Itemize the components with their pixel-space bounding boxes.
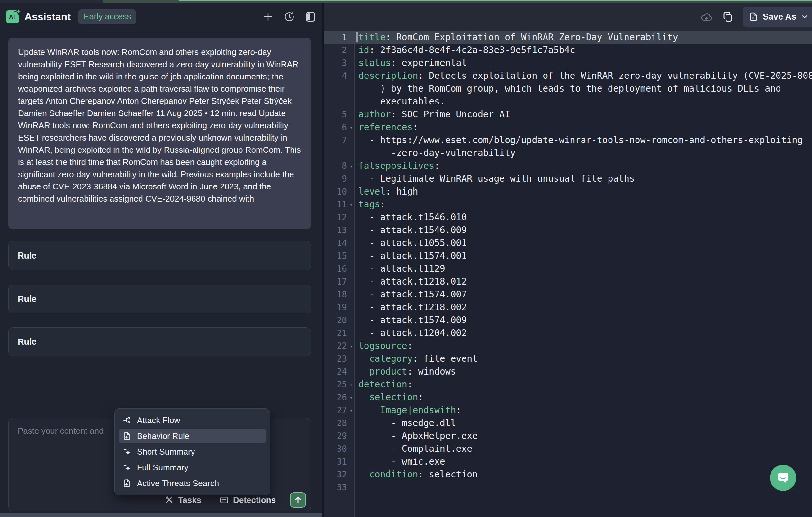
detections-button[interactable]: Detections (219, 495, 276, 505)
line-number: 31 (324, 455, 354, 468)
rule-card[interactable]: Rule (8, 285, 311, 314)
line-number: 33 (324, 481, 354, 494)
fold-toggle-icon[interactable]: ▾ (350, 340, 353, 353)
menu-item-label: Short Summary (137, 447, 195, 457)
rule-card[interactable]: Rule (8, 241, 311, 270)
code-line[interactable]: 13 - attack.t1546.009 (324, 224, 812, 237)
code-line[interactable]: 11▾tags: (324, 198, 812, 211)
rule-card-label: Rule (18, 294, 37, 304)
code-line[interactable]: 3status: experimental (324, 57, 812, 69)
code-line[interactable]: 1title: RomCom Exploitation of WinRAR Ze… (324, 31, 812, 44)
save-as-button[interactable]: Save As (743, 7, 812, 27)
code-line[interactable]: 29 - ApbxHelper.exe (324, 430, 812, 442)
code-line[interactable]: 7 - https://www.eset.com/blog/update-win… (324, 134, 812, 147)
code-line-text: - attack.t1055.001 (354, 237, 812, 250)
code-editor[interactable]: 1title: RomCom Exploitation of WinRAR Ze… (324, 31, 812, 517)
line-number: 29 (324, 430, 354, 442)
menu-item-full-summary[interactable]: Full Summary (119, 460, 266, 475)
code-line[interactable]: 16 - attack.t1129 (324, 262, 812, 275)
line-number: 28 (324, 417, 354, 430)
history-button[interactable] (283, 10, 296, 24)
line-number: 10 (324, 185, 354, 198)
code-line[interactable]: -zero-day-vulnerability (324, 147, 812, 160)
line-number: 2 (324, 44, 354, 57)
sparkles-icon (122, 463, 132, 472)
code-line[interactable]: 2id: 2f3a6c4d-8e4f-4c2a-83e3-9e5f1c7a5b4… (324, 44, 812, 57)
sparkles-icon (122, 447, 132, 456)
code-line-text: - Legitimate WinRAR usage with unusual f… (354, 172, 812, 185)
code-line[interactable]: 26▾ selection: (324, 391, 812, 404)
fold-toggle-icon[interactable]: ▾ (350, 121, 353, 134)
fold-toggle-icon[interactable]: ▾ (350, 198, 353, 211)
fold-toggle-icon[interactable]: ▾ (350, 378, 353, 391)
code-line[interactable]: 15 - attack.t1574.001 (324, 250, 812, 262)
code-line[interactable]: 6▾references: (324, 121, 812, 134)
code-line[interactable]: executables. (324, 95, 812, 108)
code-line[interactable]: ) by the RomCom group, which leads to th… (324, 82, 812, 95)
detections-label: Detections (233, 495, 276, 505)
code-line[interactable]: 30 - Complaint.exe (324, 442, 812, 455)
send-button[interactable] (290, 492, 306, 508)
menu-item-short-summary[interactable]: Short Summary (119, 444, 266, 459)
code-line-text: level: high (354, 185, 812, 198)
code-line[interactable]: 31 - wmic.exe (324, 455, 812, 468)
menu-item-active-threats-search[interactable]: Active Threats Search (119, 476, 266, 491)
code-line[interactable]: 19 - attack.t1218.002 (324, 301, 812, 314)
code-line[interactable]: 21 - attack.t1204.002 (324, 327, 812, 340)
code-line-text: category: file_event (354, 352, 812, 365)
code-line[interactable]: 20 - attack.t1574.009 (324, 314, 812, 327)
line-number: 8▾ (324, 160, 354, 172)
code-line[interactable]: 23 category: file_event (324, 352, 812, 365)
upload-button[interactable] (699, 10, 714, 24)
code-line[interactable]: 10level: high (324, 185, 812, 198)
line-number: 21 (324, 327, 354, 340)
pasted-article-text[interactable]: Update WinRAR tools now: RomCom and othe… (8, 38, 311, 229)
line-number: 27▾ (324, 404, 354, 417)
code-line[interactable]: 5author: SOC Prime Uncoder AI (324, 108, 812, 121)
code-line[interactable]: 28 - msedge.dll (324, 417, 812, 430)
chat-launcher-button[interactable] (770, 465, 796, 491)
code-line[interactable]: 22▾logsource: (324, 340, 812, 352)
panel-scrollbar[interactable] (0, 513, 322, 517)
code-line[interactable]: 9 - Legitimate WinRAR usage with unusual… (324, 172, 812, 185)
code-line-text: Image|endswith: (354, 404, 812, 417)
code-line[interactable]: 27▾ Image|endswith: (324, 404, 812, 417)
code-line[interactable]: 8▾falsepositives: (324, 160, 812, 172)
rule-card-label: Rule (18, 337, 37, 347)
fold-toggle-icon[interactable]: ▾ (350, 404, 353, 417)
assistant-header: AI Assistant Early access (0, 3, 322, 31)
code-line[interactable]: 12 - attack.t1546.010 (324, 211, 812, 224)
code-line-text: id: 2f3a6c4d-8e4f-4c2a-83e3-9e5f1c7a5b4c (354, 44, 812, 57)
rule-card[interactable]: Rule (8, 327, 311, 356)
code-line[interactable]: 25▾detection: (324, 378, 812, 391)
code-line[interactable]: 14 - attack.t1055.001 (324, 237, 812, 250)
code-line-text: detection: (354, 378, 812, 391)
code-line[interactable]: 4description: Detects exploitation of th… (324, 69, 812, 82)
arrow-up-icon (293, 495, 303, 505)
file-plus-icon (122, 479, 132, 488)
code-line[interactable]: 32 condition: selection (324, 468, 812, 481)
sparkle-icon (14, 7, 23, 16)
assistant-panel: AI Assistant Early access (0, 3, 322, 517)
composer-placeholder: Paste your content and (18, 426, 104, 436)
line-number (324, 82, 354, 95)
editor-toolbar: Save As (324, 3, 812, 31)
code-line[interactable]: 33 (324, 481, 812, 494)
tasks-label: Tasks (178, 495, 201, 505)
code-line[interactable]: 24 product: windows (324, 365, 812, 378)
code-line-text: - attack.t1129 (354, 262, 812, 275)
new-chat-button[interactable] (261, 10, 275, 24)
code-line-text: executables. (354, 95, 812, 108)
code-line[interactable]: 17 - attack.t1218.012 (324, 275, 812, 288)
chat-bubble-icon (776, 470, 790, 485)
close-panel-button[interactable] (304, 10, 317, 24)
fold-toggle-icon[interactable]: ▾ (350, 160, 353, 173)
code-line[interactable]: 18 - attack.t1574.007 (324, 288, 812, 301)
copy-button[interactable] (721, 10, 735, 24)
menu-item-behavior-rule[interactable]: Behavior Rule (119, 429, 266, 443)
fold-toggle-icon[interactable]: ▾ (350, 391, 353, 404)
tasks-button[interactable]: Tasks (164, 495, 201, 505)
menu-item-attack-flow[interactable]: Attack Flow (119, 413, 266, 428)
plus-icon (262, 11, 274, 23)
menu-item-label: Attack Flow (137, 415, 180, 425)
